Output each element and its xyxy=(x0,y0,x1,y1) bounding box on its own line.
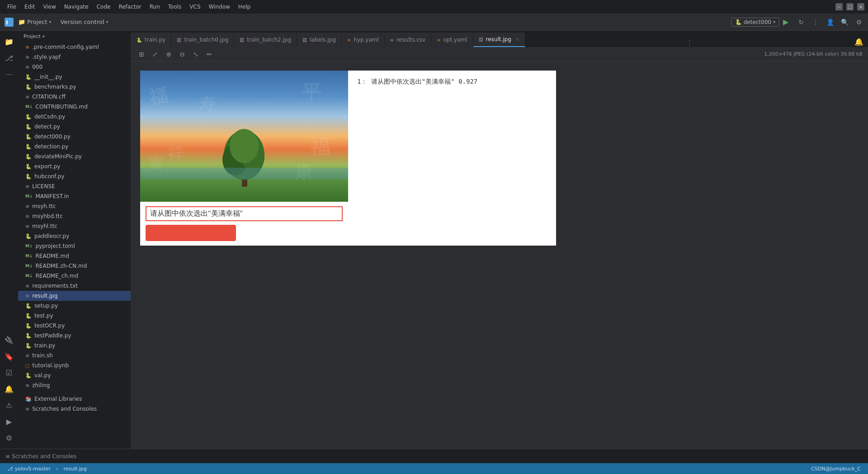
sidebar-icon-todo[interactable]: ☑ xyxy=(2,365,16,380)
file-item-readme-cn[interactable]: M↓ README.zh-CN.md xyxy=(18,261,131,271)
file-item-manifest[interactable]: M↓ MANIFEST.in xyxy=(18,191,131,201)
file-item-pyproject[interactable]: M↓ pyproject.toml xyxy=(18,241,131,251)
file-item-result[interactable]: ≡ result.jpg xyxy=(18,291,131,301)
tab-hyp[interactable]: ≡ hyp.yaml xyxy=(342,33,385,47)
file-item-val[interactable]: 🐍 val.py xyxy=(18,370,131,380)
file-item-license[interactable]: ≡ LICENSE xyxy=(18,181,131,191)
notifications-button[interactable]: 🔔 xyxy=(854,36,864,47)
menu-vcs[interactable]: VCS xyxy=(186,3,204,11)
pen-tool-button[interactable]: ✏ xyxy=(204,49,214,59)
file-item-readme-ch[interactable]: M↓ README_ch.md xyxy=(18,271,131,281)
tab-train-py[interactable]: 🐍 train.py xyxy=(131,33,171,47)
status-project-item[interactable]: ⎇ yolov5-master xyxy=(5,466,52,472)
menu-refactor[interactable]: Refactor xyxy=(115,3,145,11)
file-item-contributing[interactable]: M↓ CONTRIBUTING.md xyxy=(18,102,131,112)
menu-view[interactable]: View xyxy=(39,3,59,11)
detect-button[interactable]: 🐍 detect000 ▾ xyxy=(731,18,779,27)
run-button[interactable]: ▶ xyxy=(783,18,792,27)
project-selector[interactable]: 📁 Project ▾ xyxy=(18,19,52,25)
status-bar-left: ⎇ yolov5-master › result.jpg xyxy=(5,466,89,472)
file-item-detection[interactable]: 🐍 detection.py xyxy=(18,142,131,152)
file-item-requirements[interactable]: ≡ requirements.txt xyxy=(18,281,131,291)
sidebar-icon-more[interactable]: ⋯ xyxy=(2,67,16,81)
sidebar-icon-settings-bottom[interactable]: ⚙ xyxy=(2,431,16,445)
profile-button[interactable]: 👤 xyxy=(825,17,835,28)
scratches-consoles-label[interactable]: ≡ Scratches and Consoles xyxy=(5,453,76,460)
file-item-detect000[interactable]: 🐍 detect000.py xyxy=(18,132,131,142)
tabs-more-button[interactable]: ⋮ xyxy=(682,38,697,47)
sidebar-icon-commit[interactable]: ⎇ xyxy=(2,51,16,65)
file-item-zhiling[interactable]: ≡ zhiling xyxy=(18,380,131,390)
menu-run[interactable]: Run xyxy=(146,3,164,11)
file-item-hubconf[interactable]: 🐍 hubconf.py xyxy=(18,171,131,181)
tab-icon-yaml: ≡ xyxy=(347,38,351,43)
tab-icon-yaml: ≡ xyxy=(437,38,440,43)
expand-tool-button[interactable]: ⤢ xyxy=(150,49,160,59)
bottom-panel: ≡ Scratches and Consoles xyxy=(0,449,868,463)
minimize-button[interactable]: ─ xyxy=(835,3,843,10)
svg-point-6 xyxy=(230,129,259,163)
file-item-test[interactable]: 🐍 test.py xyxy=(18,311,131,321)
file-item-readme[interactable]: M↓ README.md xyxy=(18,251,131,261)
file-item-init[interactable]: 🐍 __init__.py xyxy=(18,72,131,82)
file-item-style[interactable]: ≡ .style.yapf xyxy=(18,52,131,62)
menu-navigate[interactable]: Navigate xyxy=(61,3,92,11)
file-item-citation[interactable]: ≡ CITATION.cff xyxy=(18,92,131,102)
file-tree-header[interactable]: Project ▾ xyxy=(18,31,131,42)
menu-help[interactable]: Help xyxy=(235,3,254,11)
settings-button[interactable]: ⚙ xyxy=(854,17,864,28)
file-item-export[interactable]: 🐍 export.py xyxy=(18,161,131,171)
menu-file[interactable]: File xyxy=(4,3,20,11)
tab-results-csv[interactable]: ≡ results.csv xyxy=(385,33,431,47)
file-item-detcsdn[interactable]: 🐍 detCsdn.py xyxy=(18,112,131,122)
menu-edit[interactable]: Edit xyxy=(21,3,38,11)
sidebar-icon-terminal[interactable]: ▶ xyxy=(2,414,16,429)
menu-tools[interactable]: Tools xyxy=(165,3,185,11)
file-item-deviatemini[interactable]: 🐍 deviateMiniPic.py xyxy=(18,152,131,161)
file-item-detect[interactable]: 🐍 detect.py xyxy=(18,122,131,132)
file-item-tutorial[interactable]: ○ tutorial.ipynb xyxy=(18,360,131,370)
file-item-msyh[interactable]: ≡ msyh.ttc xyxy=(18,201,131,211)
titlebar: File Edit View Navigate Code Refactor Ru… xyxy=(0,0,868,14)
sidebar-icon-plugins[interactable]: 🔌 xyxy=(2,333,16,347)
file-icon-py: 🐍 xyxy=(25,84,32,90)
sidebar-icon-problems[interactable]: ⚠ xyxy=(2,398,16,412)
maximize-button[interactable]: □ xyxy=(846,3,854,10)
project-tree-label: Project xyxy=(24,33,41,39)
zoom-out-tool-button[interactable]: ⊖ xyxy=(177,49,187,59)
version-control-label: Version control xyxy=(61,19,104,25)
close-button[interactable]: ✕ xyxy=(857,3,864,10)
file-item-precommit[interactable]: ≡ .pre-commit-config.yaml xyxy=(18,42,131,52)
file-item-msyhl[interactable]: ≡ msyhl.ttc xyxy=(18,221,131,231)
menu-window[interactable]: Window xyxy=(205,3,234,11)
tab-result-jpg[interactable]: 🖼 result.jpg ✕ xyxy=(473,33,526,47)
sidebar-icon-bookmarks[interactable]: 🔖 xyxy=(2,349,16,364)
file-item-000[interactable]: ≡ 000 xyxy=(18,62,131,72)
refresh-button[interactable]: ↻ xyxy=(796,17,807,28)
grid-tool-button[interactable]: ⊞ xyxy=(137,49,146,59)
status-file-item[interactable]: result.jpg xyxy=(61,466,89,472)
search-button[interactable]: 🔍 xyxy=(839,17,850,28)
arrows-tool-button[interactable]: ⤡ xyxy=(191,49,201,59)
file-item-scratches[interactable]: ≡ Scratches and Consoles xyxy=(18,404,131,414)
file-item-setup[interactable]: 🐍 setup.py xyxy=(18,301,131,311)
file-item-paddleocr[interactable]: 🐍 paddleocr.py xyxy=(18,231,131,241)
more-options-button[interactable]: ⋮ xyxy=(810,17,821,28)
tab-train-batch0[interactable]: 🖼 train_batch0.jpg xyxy=(171,33,234,47)
sidebar-icon-notifications[interactable]: 🔔 xyxy=(2,382,16,396)
tab-close-icon[interactable]: ✕ xyxy=(516,37,519,42)
file-item-testocr[interactable]: 🐍 testOCR.py xyxy=(18,321,131,331)
version-control-selector[interactable]: Version control ▾ xyxy=(61,19,108,25)
file-item-train-py[interactable]: 🐍 train.py xyxy=(18,341,131,351)
menu-code[interactable]: Code xyxy=(93,3,114,11)
file-item-external-libraries[interactable]: 📚 External Libraries xyxy=(18,394,131,404)
file-item-testpaddle[interactable]: 🐍 testPaddle.py xyxy=(18,331,131,341)
tab-train-batch2[interactable]: 🖼 train_batch2.jpg xyxy=(234,33,297,47)
tab-opt-yaml[interactable]: ≡ opt.yaml xyxy=(431,33,473,47)
file-item-benchmarks[interactable]: 🐍 benchmarks.py xyxy=(18,82,131,92)
file-item-msyhbd[interactable]: ≡ msyhbd.ttc xyxy=(18,211,131,221)
file-item-train-sh[interactable]: ≡ train.sh xyxy=(18,351,131,360)
sidebar-icon-project[interactable]: 📁 xyxy=(2,34,16,49)
zoom-in-tool-button[interactable]: ⊕ xyxy=(164,49,174,59)
tab-labels[interactable]: 🖼 labels.jpg xyxy=(297,33,342,47)
